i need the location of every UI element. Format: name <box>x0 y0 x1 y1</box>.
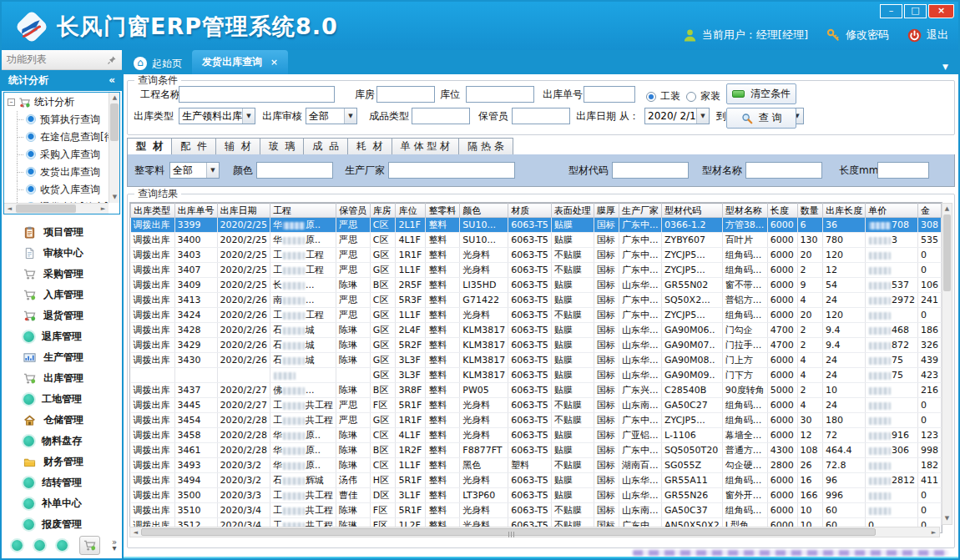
length-input[interactable] <box>877 162 929 179</box>
sidebar-module-item[interactable]: 结转管理 <box>2 472 122 493</box>
logout-button[interactable]: 退出 <box>927 28 948 43</box>
column-header[interactable]: 长度 <box>767 204 797 218</box>
change-password-button[interactable]: 修改密码 <box>846 28 889 43</box>
column-header[interactable]: 型材名称 <box>722 204 767 218</box>
column-header[interactable]: 库房 <box>370 204 396 218</box>
table-row[interactable]: 调拨出库33992020/2/25华原..严思C区2L1F整料SU10...60… <box>131 218 942 233</box>
audit-combo[interactable]: 全部▼ <box>306 108 357 124</box>
tree-root[interactable]: – 统计分析 <box>8 94 119 111</box>
order-no-input[interactable] <box>584 86 635 103</box>
tree-item[interactable]: 预算执行查询 <box>8 111 119 129</box>
close-button[interactable]: × <box>928 4 954 18</box>
table-row[interactable]: 调拨出库34032020/2/25工工程严思G区1R1F整料光身料6063-T5… <box>131 248 942 263</box>
table-row[interactable]: 调拨出库34292020/2/26石城陈琳G区5R2F整料KLM38176063… <box>131 338 942 353</box>
section-header-statistics[interactable]: 统计分析 « <box>2 70 122 91</box>
column-header[interactable]: 数量 <box>797 204 822 218</box>
footer-cart-button[interactable] <box>79 536 100 555</box>
location-input[interactable] <box>466 86 534 103</box>
column-header[interactable]: 型材代码 <box>661 204 722 218</box>
column-header[interactable]: 出库单号 <box>174 204 217 218</box>
collapse-icon[interactable]: « <box>109 74 115 86</box>
material-tab[interactable]: 成 品 <box>304 138 348 155</box>
column-header[interactable]: 膜厚 <box>594 204 619 218</box>
minimize-button[interactable]: – <box>880 4 902 18</box>
material-tab[interactable]: 型 材 <box>127 138 172 155</box>
table-row[interactable]: 调拨出库34302020/2/26石城陈琳G区3L3F整料KLM38176063… <box>131 353 942 368</box>
table-row[interactable]: 调拨出库34002020/2/25华原..严思C区4L1F整料SU10...60… <box>131 233 942 248</box>
radio-home-decoration[interactable]: 家装 <box>686 89 720 103</box>
table-row[interactable]: 调拨出库35102020/3/4工共工程陈琳F区5R1F整料光身料6063-T5… <box>131 503 942 518</box>
table-row[interactable]: 调拨出库34092020/2/25长...陈琳B区2R5F整料LI35HD606… <box>131 278 942 293</box>
product-type-input[interactable] <box>412 108 470 124</box>
sidebar-module-item[interactable]: 物料盘存 <box>2 431 122 452</box>
material-tab[interactable]: 单 体 型 材 <box>392 138 459 155</box>
table-row[interactable]: 调拨出库34072020/2/25工工程严思G区1L1F整料光身料6063-T5… <box>131 263 942 278</box>
sidebar-module-item[interactable]: 财务管理 <box>2 452 122 472</box>
tab-close-icon[interactable]: × <box>270 57 278 68</box>
table-row[interactable]: 调拨出库34242020/2/26工工程严思G区1L1F整料光身料6063-T5… <box>131 308 942 323</box>
material-tab[interactable]: 玻 璃 <box>260 138 305 155</box>
column-header[interactable]: 工程 <box>270 204 336 218</box>
tree-hscrollbar[interactable]: ◄ ► <box>4 203 109 214</box>
sidebar-module-item[interactable]: 项目管理 <box>2 222 122 243</box>
table-row[interactable]: 调拨出库34612020/2/28华原..陈琳B区1R2F整料F8877FT60… <box>131 443 942 458</box>
table-row[interactable]: G区3L3F整料KLM38176063-T5贴膜国标山东华...GA90M09.… <box>131 368 942 383</box>
sidebar-module-item[interactable]: 报废管理 <box>2 514 122 535</box>
sidebar-module-item[interactable]: 仓储管理 <box>2 410 122 431</box>
profile-code-input[interactable] <box>612 162 689 179</box>
column-header[interactable]: 颜色 <box>460 204 508 218</box>
sidebar-module-item[interactable]: 退货管理 <box>2 305 122 326</box>
search-button[interactable]: 查 询 <box>726 108 796 129</box>
color-input[interactable] <box>256 162 333 179</box>
tree-item[interactable]: 采购入库查询 <box>8 146 119 164</box>
material-tab[interactable]: 配 件 <box>172 138 216 155</box>
table-row[interactable]: 调拨出库34282020/2/26石城陈琳G区2L4F整料KLM38176063… <box>131 323 942 338</box>
material-tab[interactable]: 隔 热 条 <box>459 138 513 155</box>
sidebar-module-item[interactable]: 入库管理 <box>2 285 122 305</box>
column-header[interactable]: 库位 <box>396 204 426 218</box>
table-row[interactable]: 调拨出库34542020/2/28工共工程严思G区1R1F整料光身料6063-T… <box>131 413 942 428</box>
sidebar-module-item[interactable]: 审核中心 <box>2 243 122 264</box>
outbound-type-combo[interactable]: 生产领料出库▼ <box>179 108 255 124</box>
tab-shipping-outbound-query[interactable]: 发货出库查询 × <box>192 50 288 74</box>
sidebar-module-item[interactable]: 补单中心 <box>2 493 122 514</box>
table-row[interactable]: 调拨出库34132020/2/26南...严思C区5R3F整料G71422606… <box>131 293 942 308</box>
pin-icon[interactable] <box>107 55 117 65</box>
more-modules-button[interactable]: »▾ <box>112 539 117 551</box>
maximize-button[interactable]: □ <box>904 4 927 18</box>
warehouse-input[interactable] <box>376 86 435 103</box>
table-vscrollbar[interactable]: ▲ ▼ <box>942 203 952 525</box>
column-header[interactable]: 材质 <box>508 204 552 218</box>
tab-home[interactable]: ⌂ 起始页 <box>124 53 192 74</box>
sidebar-module-item[interactable]: 工地管理 <box>2 389 122 410</box>
sidebar-module-item[interactable]: 退库管理 <box>2 326 122 347</box>
radio-work-clothing[interactable]: 工装 <box>646 89 680 103</box>
tree-vscrollbar[interactable]: ▲ ▼ <box>109 93 119 204</box>
column-header[interactable]: 生产厂家 <box>619 204 661 218</box>
column-header[interactable]: 出库长度 <box>822 204 865 218</box>
manufacturer-input[interactable] <box>388 162 515 179</box>
tree-item[interactable]: 发货出库查询 <box>8 164 119 181</box>
table-row[interactable]: 调拨出库35002020/3/3工共工程曹佳D区3L1F整料LT3P606063… <box>131 488 942 503</box>
clear-conditions-button[interactable]: 清空条件 <box>726 83 796 104</box>
keeper-input[interactable] <box>512 108 570 124</box>
module-dot-icon[interactable] <box>57 540 68 551</box>
tab-list-dropdown-icon[interactable]: ▼ <box>942 63 958 74</box>
material-tab[interactable]: 辅 材 <box>216 138 260 155</box>
sidebar-module-item[interactable]: 出库管理 <box>2 368 122 389</box>
table-hscrollbar[interactable]: ◄ ► <box>129 527 940 537</box>
table-row[interactable]: 调拨出库34372020/2/27佛...陈琳B区3R8F整料PW056063-… <box>131 383 942 398</box>
table-row[interactable]: 调拨出库34942020/3/2石辉城汤伟H区5R1F整料光身料6063-T5贴… <box>131 473 942 488</box>
module-dot-icon[interactable] <box>12 540 23 551</box>
column-header[interactable]: 金 <box>917 204 941 218</box>
table-row[interactable]: 调拨出库34452020/2/27工共工程严思F区5R1F整料光身料6063-T… <box>131 398 942 413</box>
column-header[interactable]: 出库类型 <box>131 204 175 218</box>
date-from-picker[interactable]: 2020/ 2/16▼ <box>644 108 710 124</box>
project-name-input[interactable] <box>179 86 335 103</box>
table-row[interactable]: 调拨出库34932020/3/2华原..陈琳C区1L1F整料黑色塑料不贴膜国标湖… <box>131 458 942 473</box>
column-header[interactable]: 单价 <box>865 204 917 218</box>
material-tab[interactable]: 耗 材 <box>348 138 392 155</box>
column-header[interactable]: 表面处理 <box>551 204 594 218</box>
tree-item[interactable]: 收货入库查询 <box>8 181 119 199</box>
table-row[interactable]: 调拨出库34582020/2/28华原..陈琳C区4L1F整料光身料6063-T… <box>131 428 942 443</box>
